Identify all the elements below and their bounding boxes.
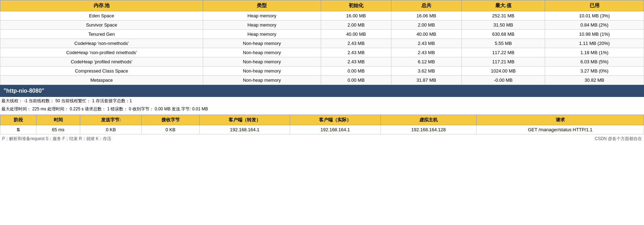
thread-cell: 192.168.164.1 xyxy=(290,125,380,134)
table-cell: 5.55 MB xyxy=(461,39,545,48)
table-cell: Heap memory xyxy=(203,30,321,39)
table-cell: 1.18 MB (1%) xyxy=(545,48,644,57)
col-header-pool: 内存.池 xyxy=(0,0,203,11)
table-cell: 30.82 MB xyxy=(545,76,644,85)
table-cell: 3.62 MB xyxy=(391,67,461,76)
col-header: 时间 xyxy=(36,115,80,125)
table-cell: Non-heap memory xyxy=(203,67,321,76)
col-header-max: 最大.值 xyxy=(461,0,545,11)
table-cell: 16.00 MB xyxy=(321,11,391,21)
thread-table: 阶段时间发送字节:接收字节客户端（转发）客户端（实际）虚拟主机请求 S65 ms… xyxy=(0,115,644,134)
table-cell: 2.43 MB xyxy=(391,39,461,48)
table-cell: 2.43 MB xyxy=(321,39,391,48)
table-cell: 117.22 MB xyxy=(461,48,545,57)
table-cell: Heap memory xyxy=(203,21,321,30)
table-cell: -0.00 MB xyxy=(461,76,545,85)
col-header: 虚拟主机 xyxy=(380,115,477,125)
table-cell: 31.50 MB xyxy=(461,21,545,30)
table-cell: 10.98 MB (1%) xyxy=(545,30,644,39)
thread-cell: 192.168.164.128 xyxy=(380,125,477,134)
col-header: 客户端（实际） xyxy=(290,115,380,125)
thread-section-header: "http-nio-8080" xyxy=(0,85,644,97)
memory-pool-table: 内存.池 类型 初始化 总共 最大.值 已用 Eden SpaceHeap me… xyxy=(0,0,644,85)
info-line-1: 最大线程： -1 当前线程数： 50 当前线程繁忙： 1 存活套接字总数：1 xyxy=(0,97,644,105)
table-cell: 6.12 MB xyxy=(391,57,461,67)
table-cell: CodeHeap 'non-profiled nmethods' xyxy=(0,48,203,57)
col-header: 接收字节 xyxy=(142,115,200,125)
table-cell: Tenured Gen xyxy=(0,30,203,39)
col-header: 请求 xyxy=(477,115,644,125)
table-cell: 40.00 MB xyxy=(391,30,461,39)
table-cell: Non-heap memory xyxy=(203,48,321,57)
col-header-total: 总共 xyxy=(391,0,461,11)
table-cell: Non-heap memory xyxy=(203,39,321,48)
col-header-type: 类型 xyxy=(203,0,321,11)
table-cell: Eden Space xyxy=(0,11,203,21)
table-cell: 2.43 MB xyxy=(321,57,391,67)
table-cell: Non-heap memory xyxy=(203,57,321,67)
table-cell: 31.87 MB xyxy=(391,76,461,85)
table-cell: 630.68 MB xyxy=(461,30,545,39)
table-cell: Heap memory xyxy=(203,11,321,21)
footer-left: P：解析和准备request S：服务 F：结束 R：就绪 K：存活 xyxy=(2,136,111,142)
table-cell: Compressed Class Space xyxy=(0,67,203,76)
table-cell: 3.27 MB (0%) xyxy=(545,67,644,76)
col-header: 发送字节: xyxy=(80,115,142,125)
footer: P：解析和准备request S：服务 F：结束 R：就绪 K：存活 CSDN … xyxy=(0,134,644,143)
thread-cell: 65 ms xyxy=(36,125,80,134)
col-header-used: 已用 xyxy=(545,0,644,11)
table-cell: 2.43 MB xyxy=(321,48,391,57)
table-cell: Survivor Space xyxy=(0,21,203,30)
footer-right: CSDN @各个方面都自在 xyxy=(595,136,642,142)
table-cell: 6.03 MB (5%) xyxy=(545,57,644,67)
col-header-init: 初始化 xyxy=(321,0,391,11)
table-cell: 1.11 MB (20%) xyxy=(545,39,644,48)
table-cell: CodeHeap 'non-nmethods' xyxy=(0,39,203,48)
table-cell: 0.00 MB xyxy=(321,76,391,85)
table-cell: 40.00 MB xyxy=(321,30,391,39)
table-cell: Non-heap memory xyxy=(203,76,321,85)
table-cell: 2.43 MB xyxy=(391,48,461,57)
table-cell: 2.00 MB xyxy=(391,21,461,30)
col-header: 客户端（转发） xyxy=(200,115,290,125)
table-cell: 0.00 MB xyxy=(321,67,391,76)
table-cell: CodeHeap 'profiled nmethods' xyxy=(0,57,203,67)
thread-cell: 0 KB xyxy=(142,125,200,134)
table-cell: 0.84 MB (2%) xyxy=(545,21,644,30)
table-cell: 16.06 MB xyxy=(391,11,461,21)
thread-cell: GET /manager/status HTTP/1.1 xyxy=(477,125,644,134)
thread-cell: 0 KB xyxy=(80,125,142,134)
table-cell: 10.01 MB (3%) xyxy=(545,11,644,21)
info-line-2: 最大处理时间： 225 ms 处理时间： 0.225 s 请求总数： 1 错误数… xyxy=(0,105,644,113)
table-cell: 2.00 MB xyxy=(321,21,391,30)
table-cell: Metaspace xyxy=(0,76,203,85)
col-header: 阶段 xyxy=(0,115,36,125)
table-cell: 1024.00 MB xyxy=(461,67,545,76)
thread-cell: 192.168.164.1 xyxy=(200,125,290,134)
table-cell: 252.31 MB xyxy=(461,11,545,21)
thread-cell: S xyxy=(0,125,36,134)
table-cell: 117.21 MB xyxy=(461,57,545,67)
